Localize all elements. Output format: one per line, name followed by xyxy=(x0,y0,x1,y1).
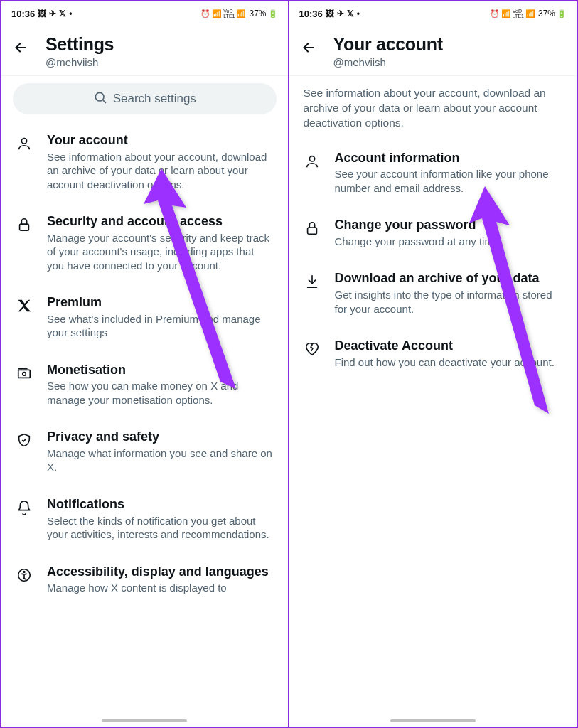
intro-text: See information about your account, down… xyxy=(289,76,577,136)
battery-icon: 🔋 xyxy=(557,9,567,18)
item-accessibility[interactable]: Accessibility, display and languagesMana… xyxy=(1,553,288,606)
battery-percent: 37% xyxy=(249,9,266,18)
account-list: Account informationSee your account info… xyxy=(289,136,577,380)
svg-point-6 xyxy=(23,571,25,572)
x-logo-icon xyxy=(16,295,33,314)
wifi-icon: 📶 xyxy=(501,9,511,18)
alarm-icon: ⏰ xyxy=(490,9,500,18)
status-time: 10:36 xyxy=(299,9,323,19)
svg-rect-8 xyxy=(307,228,316,234)
home-indicator[interactable] xyxy=(390,719,476,722)
search-placeholder: Search settings xyxy=(113,92,196,106)
header: Your account @mehviish xyxy=(289,23,577,75)
item-privacy[interactable]: Privacy and safetyManage what informatio… xyxy=(1,418,288,486)
download-icon xyxy=(304,271,321,289)
telegram-icon: ✈ xyxy=(337,9,344,18)
svg-point-7 xyxy=(309,156,314,161)
person-icon xyxy=(304,151,321,169)
key-icon xyxy=(304,218,321,236)
broken-heart-icon xyxy=(304,338,321,357)
item-notifications[interactable]: NotificationsSelect the kinds of notific… xyxy=(1,486,288,553)
svg-rect-3 xyxy=(18,370,31,378)
handle: @mehviish xyxy=(333,56,443,68)
screen-settings: 10:36 🖼 ✈ 𝕏 • ⏰ 📶 VoDLTE1 📶 37% 🔋 Settin… xyxy=(0,0,289,728)
volte-icon: VoDLTE1 xyxy=(223,9,235,18)
item-deactivate[interactable]: Deactivate AccountFind out how you can d… xyxy=(289,327,577,380)
item-your-account[interactable]: Your accountSee information about your a… xyxy=(1,122,288,203)
accessibility-icon xyxy=(16,564,33,583)
screen-your-account: 10:36 🖼 ✈ 𝕏 • ⏰ 📶 VoDLTE1 📶 37% 🔋 Your a… xyxy=(289,0,579,728)
svg-point-1 xyxy=(21,139,26,144)
money-icon xyxy=(16,363,33,381)
back-button[interactable] xyxy=(13,34,28,58)
page-title: Your account xyxy=(333,34,443,55)
dot-icon: • xyxy=(357,9,360,18)
header: Settings @mehviish xyxy=(1,23,288,75)
home-indicator[interactable] xyxy=(102,719,187,722)
wifi-icon: 📶 xyxy=(212,9,222,18)
svg-point-4 xyxy=(23,372,26,375)
signal-icon: 📶 xyxy=(525,9,535,18)
image-icon: 🖼 xyxy=(38,9,46,18)
x-icon: 𝕏 xyxy=(59,9,66,18)
person-icon xyxy=(16,133,33,151)
telegram-icon: ✈ xyxy=(49,9,56,18)
bell-icon xyxy=(16,497,33,515)
alarm-icon: ⏰ xyxy=(200,9,210,18)
status-bar: 10:36 🖼 ✈ 𝕏 • ⏰ 📶 VoDLTE1 📶 37% 🔋 xyxy=(1,1,288,23)
item-download-archive[interactable]: Download an archive of your dataGet insi… xyxy=(289,259,577,327)
item-monetisation[interactable]: MonetisationSee how you can make money o… xyxy=(1,351,288,419)
item-change-password[interactable]: Change your passwordChange your password… xyxy=(289,206,577,259)
battery-icon: 🔋 xyxy=(268,9,278,18)
status-time: 10:36 xyxy=(11,9,35,19)
svg-point-0 xyxy=(95,92,104,101)
dot-icon: • xyxy=(69,9,72,18)
item-account-information[interactable]: Account informationSee your account info… xyxy=(289,139,577,207)
battery-percent: 37% xyxy=(538,9,555,18)
back-button[interactable] xyxy=(301,34,316,58)
status-bar: 10:36 🖼 ✈ 𝕏 • ⏰ 📶 VoDLTE1 📶 37% 🔋 xyxy=(289,1,577,23)
lock-icon xyxy=(16,214,33,232)
image-icon: 🖼 xyxy=(326,9,334,18)
search-icon xyxy=(93,90,107,108)
handle: @mehviish xyxy=(46,56,114,68)
signal-icon: 📶 xyxy=(236,9,246,18)
settings-list: Your accountSee information about your a… xyxy=(1,119,288,606)
search-input[interactable]: Search settings xyxy=(13,83,277,114)
item-premium[interactable]: PremiumSee what's included in Premium an… xyxy=(1,284,288,351)
volte-icon: VoDLTE1 xyxy=(513,9,524,18)
x-icon: 𝕏 xyxy=(347,9,354,18)
item-security[interactable]: Security and account accessManage your a… xyxy=(1,203,288,284)
page-title: Settings xyxy=(46,34,114,55)
shield-icon xyxy=(16,429,33,448)
svg-rect-2 xyxy=(20,224,29,230)
